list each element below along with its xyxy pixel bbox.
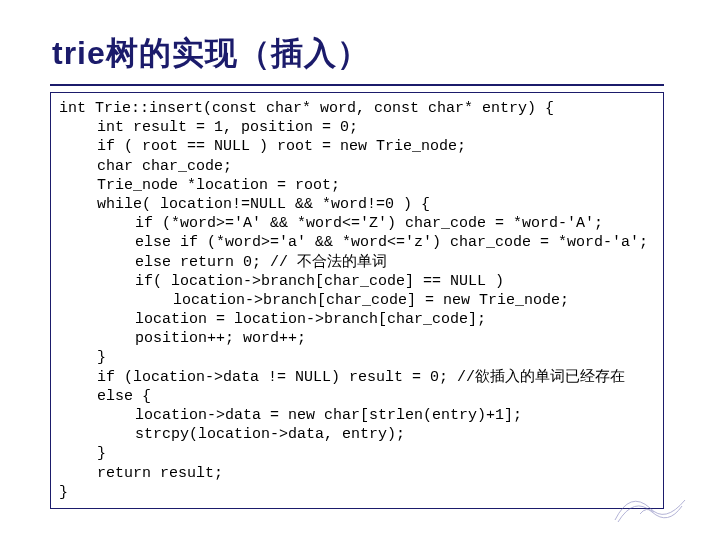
code-line: strcpy(location->data, entry); <box>59 425 655 444</box>
code-line: int Trie::insert(const char* word, const… <box>59 100 554 117</box>
slide: trie树的实现（插入） int Trie::insert(const char… <box>0 0 720 540</box>
code-line: char char_code; <box>59 157 655 176</box>
decorative-flourish-icon <box>610 480 690 528</box>
slide-title: trie树的实现（插入） <box>52 32 674 76</box>
code-line: if ( root == NULL ) root = new Trie_node… <box>59 137 655 156</box>
code-line: position++; word++; <box>59 329 655 348</box>
code-line: if (location->data != NULL) result = 0; … <box>59 368 655 387</box>
code-line: else if (*word>='a' && *word<='z') char_… <box>59 233 655 252</box>
code-line: else { <box>59 387 655 406</box>
code-line: location->data = new char[strlen(entry)+… <box>59 406 655 425</box>
title-underline <box>50 84 664 86</box>
code-line: location->branch[char_code] = new Trie_n… <box>59 291 655 310</box>
code-line: } <box>59 348 655 367</box>
code-line: while( location!=NULL && *word!=0 ) { <box>59 195 655 214</box>
code-line: return result; <box>59 464 655 483</box>
code-line: } <box>59 484 68 501</box>
code-line: Trie_node *location = root; <box>59 176 655 195</box>
code-line: if (*word>='A' && *word<='Z') char_code … <box>59 214 655 233</box>
code-line: } <box>59 444 655 463</box>
code-line: if( location->branch[char_code] == NULL … <box>59 272 655 291</box>
code-block: int Trie::insert(const char* word, const… <box>50 92 664 509</box>
code-line: location = location->branch[char_code]; <box>59 310 655 329</box>
code-line: else return 0; // 不合法的单词 <box>59 253 655 272</box>
code-line: int result = 1, position = 0; <box>59 118 655 137</box>
